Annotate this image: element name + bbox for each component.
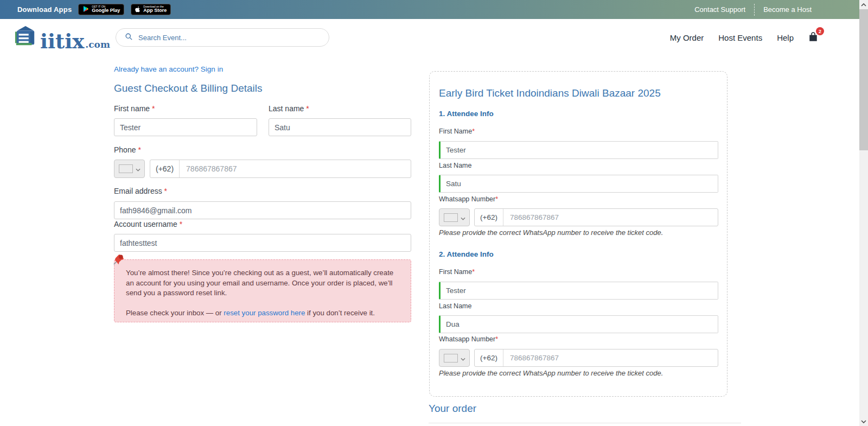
nav-host-events[interactable]: Host Events [718,33,762,42]
nav-help[interactable]: Help [777,33,794,42]
cart-count-badge: 2 [816,27,824,35]
required-asterisk: * [472,128,475,135]
search-input[interactable] [138,34,329,42]
event-search-bar[interactable] [116,28,329,47]
phone-label: Phone * [114,145,141,154]
logo-suffix: .com [85,39,110,50]
scroll-up-arrow-icon[interactable] [859,0,868,9]
attendee-2-whatsapp-label: Whatsapp Number* [439,335,498,343]
indonesia-flag-icon [444,354,458,363]
top-promo-bar: Download Apps GET IT ON Google Play [0,0,859,19]
ticket-attendee-panel: Early Bird Ticket Indoindians Diwali Baz… [429,71,727,397]
chevron-down-icon [136,164,141,174]
attendee-1-last-name-input[interactable] [439,175,718,193]
attendee-2-last-name-label: Last Name [439,302,471,310]
email-field[interactable] [114,201,411,219]
logo-ticket-icon [13,25,38,50]
download-apps-label: Download Apps [17,5,72,14]
username-label: Account username * [114,220,182,228]
attendee-1-country-select[interactable] [439,208,470,226]
guest-checkout-title: Guest Checkout & Billing Details [114,82,263,94]
first-name-input[interactable] [114,118,257,136]
notice-paragraph-1: You’re almost there! Since you’re checki… [126,268,400,298]
email-label: Email address * [114,187,167,195]
checkout-page: Download Apps GET IT ON Google Play [0,0,868,426]
attendee-2-first-name-input[interactable] [439,282,718,300]
phone-input[interactable]: (+62) 786867867867 [150,160,411,178]
attendee-1-first-name-input[interactable] [439,141,718,159]
logo-text: iitix [40,33,84,50]
attendee-1-whatsapp-note: Please provide the correct WhatsApp numb… [439,228,663,237]
topbar-divider [754,4,755,16]
phone-country-select[interactable] [114,160,145,178]
attendee-2-last-name-input[interactable] [439,315,718,333]
order-section-divider [429,423,741,423]
required-asterisk: * [306,104,309,113]
nav-my-order[interactable]: My Order [670,33,704,42]
your-order-title: Your order [429,403,476,415]
chevron-down-icon [461,353,465,363]
required-asterisk: * [152,104,155,113]
contact-support-link[interactable]: Contact Support [694,5,745,14]
scrollbar-thumb[interactable] [859,9,868,150]
attendee-2-whatsapp-note: Please provide the correct WhatsApp numb… [439,369,663,377]
username-field[interactable] [114,234,411,252]
app-store-badge[interactable]: Download on the App Store [131,4,171,15]
search-icon [125,33,133,43]
attendee-2-whatsapp-input[interactable]: (+62) 786867867867 [474,349,718,367]
last-name-input[interactable] [269,118,411,136]
required-asterisk: * [164,187,167,195]
site-logo[interactable]: iitix .com [13,25,110,50]
sign-in-link[interactable]: Already have an account? Sign in [114,65,223,73]
attendee-2-country-select[interactable] [439,349,470,367]
last-name-label: Last name * [269,104,309,113]
google-play-icon [82,5,89,15]
phone-prefix: (+62) [475,209,503,226]
required-asterisk: * [138,145,141,154]
phone-value: 786867867867 [503,354,559,362]
page-scrollbar[interactable] [859,0,868,426]
attendee-1-whatsapp-label: Whatsapp Number* [439,195,498,203]
phone-prefix: (+62) [150,160,180,177]
shopping-bag-icon [808,35,818,44]
attendee-1-whatsapp-input[interactable]: (+62) 786867867867 [474,208,718,226]
phone-value: 786867867867 [180,164,237,173]
chevron-down-icon [461,213,465,222]
indonesia-flag-icon [444,213,458,222]
first-name-label: First name * [114,104,155,113]
pushpin-icon [112,253,125,269]
required-asterisk: * [495,195,498,203]
become-a-host-link[interactable]: Become a Host [763,5,812,14]
google-play-label: Google Play [92,8,120,13]
apple-icon [135,5,141,15]
phone-prefix: (+62) [475,349,503,366]
ticket-title: Early Bird Ticket Indoindians Diwali Baz… [439,87,661,99]
phone-value: 786867867867 [503,213,559,221]
required-asterisk: * [180,220,182,228]
guest-account-notice: You’re almost there! Since you’re checki… [114,259,411,322]
attendee-1-heading: 1. Attendee Info [439,110,494,118]
notice-paragraph-2: Please check your inbox — or reset your … [126,308,400,319]
required-asterisk: * [472,268,475,276]
main-nav: My Order Host Events Help 2 [670,28,820,47]
attendee-1-first-name-label: First Name* [439,128,475,135]
required-asterisk: * [495,335,498,343]
attendee-1-last-name-label: Last Name [439,162,471,169]
attendee-2-heading: 2. Attendee Info [439,250,494,258]
cart-button[interactable]: 2 [808,31,820,44]
attendee-2-first-name-label: First Name* [439,268,475,276]
indonesia-flag-icon [119,164,133,173]
app-store-label: App Store [143,8,167,13]
scroll-down-arrow-icon[interactable] [859,417,868,426]
reset-password-link[interactable]: reset your password here [224,309,305,317]
google-play-badge[interactable]: GET IT ON Google Play [78,4,124,15]
